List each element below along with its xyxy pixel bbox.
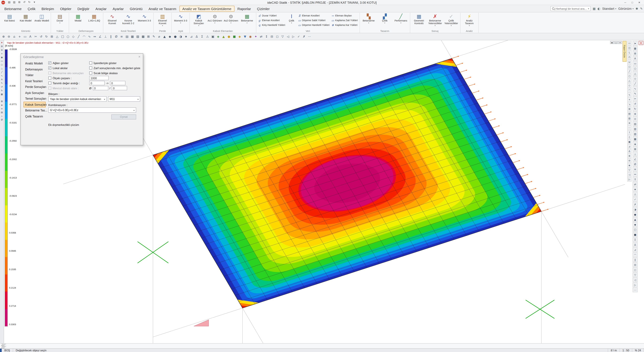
component-dropdown[interactable]: M11 ▾ [108, 96, 140, 102]
redo-icon[interactable]: ↻ [27, 0, 32, 4]
drawing-tool-icon[interactable]: ∿ [87, 34, 92, 39]
menu-item-de-i-tir[interactable]: Değiştir [74, 5, 92, 12]
right-toolbar-icon[interactable]: I [627, 130, 632, 135]
right-toolbar-icon[interactable]: ⇄ [632, 182, 638, 187]
status-unit[interactable]: tf / m [608, 349, 620, 352]
right-toolbar-icon[interactable]: ≡ [632, 167, 638, 171]
ribbon-button-duvar[interactable]: ▤Duvar▾ [52, 13, 68, 29]
drawing-tool-icon[interactable]: ∥ [108, 34, 113, 39]
right-toolbar-icon[interactable]: ◁ [632, 277, 638, 282]
left-toolbar-icon[interactable]: ✎ [0, 82, 4, 85]
right-toolbar-icon[interactable]: ○ [627, 74, 632, 78]
drawing-tool-icon[interactable]: ↔ [92, 34, 97, 39]
right-toolbar-icon[interactable]: ◑ [632, 207, 638, 212]
drawing-tool-icon[interactable]: ◠ [82, 34, 86, 39]
right-toolbar-icon[interactable]: △ [632, 71, 638, 76]
right-toolbar-icon[interactable]: ◇ [632, 76, 638, 81]
ribbon-button-duvar-y-kleri[interactable]: dDuvar Yükleri [258, 14, 285, 18]
right-toolbar-icon[interactable]: ⊞ [627, 107, 632, 111]
dialog-title-bar[interactable]: Görselleştirme ✕ [21, 54, 143, 60]
drawing-tool-icon[interactable]: ▽ [280, 34, 285, 39]
left-toolbar-icon[interactable]: ∿ [0, 74, 4, 78]
right-toolbar-icon[interactable]: ⊕ [627, 154, 632, 158]
ribbon-button-elik[interactable]: IÇelik▾ [286, 13, 297, 29]
dialog-list-item-deformasyon[interactable]: Deformasyon [24, 66, 46, 72]
dialog-list-item-perde-sonu-lar[interactable]: Perde Sonuçları [24, 84, 46, 90]
left-toolbar-icon[interactable]: ◉ [0, 56, 4, 59]
right-toolbar-icon[interactable]: ▽ [627, 168, 632, 172]
menu-item-birle-im[interactable]: Birleşim [38, 5, 57, 12]
report-preview-tab[interactable]: Rapor Önizle [622, 41, 626, 62]
drawing-tool-icon[interactable]: ✦ [253, 34, 258, 39]
drawing-tool-icon[interactable]: ▲ [221, 34, 226, 39]
ribbon-button-eleman-kesitleri[interactable]: ⅡEleman Kesitleri [298, 14, 330, 18]
right-toolbar-icon[interactable]: ◫ [627, 46, 632, 50]
undo-icon[interactable]: ↺ [22, 0, 26, 4]
drawing-tool-icon[interactable]: ∠ [98, 34, 103, 39]
ribbon-button-d-eme-hareketli-y-kleri[interactable]: ▭Döşeme Hareketli Yükleri [298, 23, 330, 27]
right-toolbar-icon[interactable]: □ [632, 227, 638, 232]
right-toolbar-icon[interactable]: ◇ [627, 83, 632, 88]
right-toolbar-icon[interactable]: ◠ [632, 252, 638, 257]
right-toolbar-icon[interactable]: A [632, 56, 638, 61]
drawing-tool-icon[interactable]: ▦ [130, 34, 135, 39]
dialog-list-item-kesit-tesirleri[interactable]: Kesit Tesirleri [24, 78, 46, 84]
drawing-tool-icon[interactable]: ⊠ [146, 34, 151, 39]
status-zoom[interactable]: % 24 [632, 349, 644, 352]
ribbon-button-kat-model[interactable]: ▦Katı Model [18, 13, 34, 29]
right-toolbar-icon[interactable]: ⊖ [627, 158, 632, 163]
drawing-tool-icon[interactable]: ↕ [264, 34, 269, 39]
drawing-tool-icon[interactable]: ● [173, 34, 178, 39]
right-toolbar-icon[interactable]: ∠ [632, 157, 638, 161]
right-toolbar-icon[interactable]: ▭ [632, 61, 638, 66]
right-toolbar-icon[interactable]: ■ [632, 232, 638, 237]
drawing-tool-icon[interactable]: ▣ [210, 34, 215, 39]
drawing-tool-icon[interactable]: ✎ [151, 34, 156, 39]
menu-item-ayarlar[interactable]: Ayarlar [110, 5, 127, 12]
drawing-tool-icon[interactable]: ▷ [291, 34, 296, 39]
drawing-tool-icon[interactable]: ◇ [71, 34, 76, 39]
hot-zone-scale-checkbox[interactable] [89, 72, 92, 75]
right-toolbar-icon[interactable]: ✂ [632, 96, 638, 101]
left-toolbar-icon[interactable]: ≡ [0, 107, 4, 110]
right-toolbar-icon[interactable]: ▭ [627, 41, 632, 45]
mdi-close-button[interactable]: ✕ [618, 41, 622, 44]
right-toolbar-icon[interactable]: Ø [632, 162, 638, 166]
right-toolbar-icon[interactable]: ▩ [632, 137, 638, 141]
ribbon-button-as1-g-r-nen[interactable]: ⊜As1 Görünen▾ [207, 13, 223, 29]
drawing-tool-icon[interactable]: ▩ [140, 34, 146, 39]
rebar-spacing-input[interactable] [112, 86, 127, 90]
right-toolbar-icon[interactable]: ∿ [632, 86, 638, 91]
drawing-tool-icon[interactable]: ⊟ [269, 34, 274, 39]
range-from-input[interactable] [89, 81, 105, 85]
right-toolbar-icon[interactable]: ↻ [632, 106, 638, 111]
drawing-tool-icon[interactable]: ◑ [178, 34, 183, 39]
left-toolbar-icon[interactable]: Ø [0, 118, 4, 122]
drawing-tool-icon[interactable]: ● [226, 34, 232, 39]
ribbon-button-betonarme[interactable]: ▚Betonarme▾ [361, 13, 376, 29]
right-toolbar-icon[interactable]: △ [627, 79, 632, 83]
right-toolbar-icon[interactable]: ▷ [632, 282, 638, 287]
right-toolbar-icon[interactable]: ◁ [627, 172, 632, 177]
menu-item-objeler[interactable]: Objeler [57, 5, 74, 12]
drawing-tool-icon[interactable]: Ø [114, 34, 119, 39]
drawing-tool-icon[interactable]: ◉ [248, 34, 253, 39]
drawing-tool-icon[interactable]: ⊖ [6, 34, 12, 39]
right-toolbar-icon[interactable]: ▥ [627, 116, 632, 121]
show-mesh-checkbox[interactable] [48, 61, 51, 65]
ribbon-button-kabuk-sonu-lar[interactable]: ◩Kabuk Sonuçları▾ [191, 13, 206, 29]
right-toolbar-icon[interactable]: ∥ [632, 257, 638, 262]
dialog-list-item-elik-tasar-m[interactable]: Çelik Tasarım [24, 113, 46, 119]
command-search[interactable]: ▾ [550, 6, 591, 11]
mdi-minimize-button[interactable]: ▬ [610, 41, 614, 44]
drawing-tool-icon[interactable]: ▧ [135, 34, 140, 39]
ribbon-button-geometri-kontrol[interactable]: ▦Geometri Kontrolü [411, 13, 427, 29]
settings-icon[interactable]: ✱ [636, 7, 638, 10]
left-toolbar-icon[interactable]: ⊞ [0, 45, 4, 48]
menu-item-ara-lar[interactable]: Araçlar [92, 5, 110, 12]
right-toolbar-icon[interactable]: ⊥ [632, 152, 638, 156]
right-toolbar-icon[interactable]: ◻ [632, 267, 638, 272]
drawing-tool-icon[interactable]: ≡ [119, 34, 124, 39]
right-toolbar-icon[interactable]: ⋯ [627, 126, 632, 130]
right-toolbar-icon[interactable]: ▽ [632, 272, 638, 277]
